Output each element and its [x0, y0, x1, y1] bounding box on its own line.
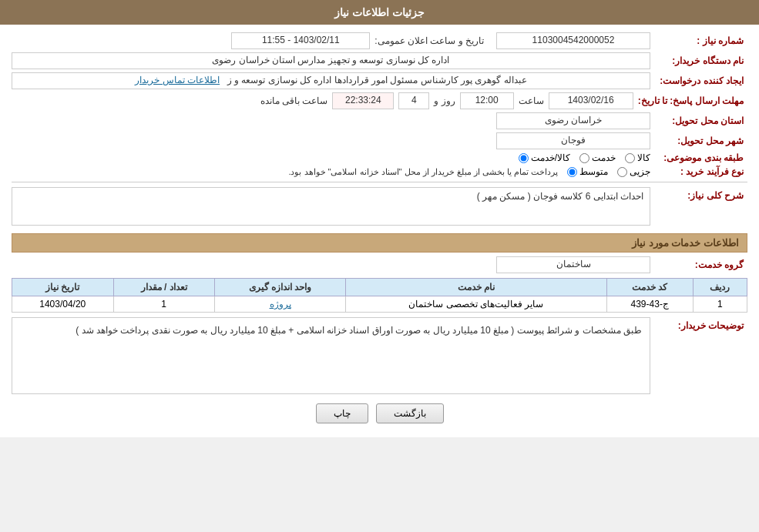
label-farayand-desc: پرداخت تمام یا بخشی از مبلغ خریدار از مح… — [288, 167, 558, 177]
label-shomareNiaz: شماره نیاز : — [655, 35, 747, 46]
value-ostanTahvil: خراسان رضوی — [496, 112, 650, 129]
radio-kalaKhadamat[interactable]: کالا/خدمت — [519, 152, 570, 163]
bazgasht-button[interactable]: بازگشت — [376, 403, 444, 423]
page-title: جزئیات اطلاعات نیاز — [334, 6, 425, 18]
radio-input-kala[interactable] — [625, 153, 635, 163]
value-shahrTahvil: فوجان — [496, 132, 650, 149]
label-gorohKhadamat: گروه خدمت: — [655, 259, 747, 270]
label-jozii: جزیی — [630, 166, 650, 177]
label-tarikhAelan: تاریخ و ساعت اعلان عمومی: — [374, 35, 484, 46]
chap-button[interactable]: چاپ — [316, 403, 368, 423]
value-ijadKonnande: عبداله گوهری پور کارشناس مسئول امور قرار… — [12, 72, 650, 89]
label-roz: روز و — [434, 95, 455, 106]
cell-tarikh: 1403/04/20 — [12, 296, 114, 313]
cell-vahed[interactable]: پروژه — [214, 296, 345, 313]
cell-tedad: 1 — [113, 296, 214, 313]
radio-jozii[interactable]: جزیی — [617, 166, 650, 177]
sharh-koli-textarea[interactable] — [12, 187, 650, 226]
radio-input-jozii[interactable] — [617, 167, 627, 177]
row-sharhKoli: شرح کلی نیاز: — [12, 187, 747, 226]
cell-namKhadamat: سایر فعالیت‌های تخصصی ساختمان — [346, 296, 606, 313]
radio-input-khadamat[interactable] — [579, 153, 589, 163]
value-gorohKhadamat: ساختمان — [496, 256, 650, 273]
value-shomareNiaz: 1103004542000052 — [496, 32, 650, 49]
row-shomareNiaz: شماره نیاز : 1103004542000052 تاریخ و سا… — [12, 32, 747, 49]
value-saatPasokh: 12:00 — [460, 92, 514, 109]
row-namDastgah: نام دستگاه خریدار: اداره کل نوسازی توسعه… — [12, 52, 747, 69]
link-tamas-kharidar[interactable]: اطلاعات تماس خریدار — [135, 75, 220, 85]
value-tarikhAelan: 1403/02/11 - 11:55 — [231, 32, 370, 49]
col-kodKhadamat: کد خدمت — [606, 279, 693, 296]
label-kala: کالا — [637, 152, 650, 163]
radio-input-motavaset[interactable] — [567, 167, 577, 177]
tosiyeh-textarea[interactable] — [12, 317, 650, 394]
table-row: 1 ج-43-439 سایر فعالیت‌های تخصصی ساختمان… — [12, 296, 747, 313]
radio-kala[interactable]: کالا — [625, 152, 650, 163]
label-tosiyehKharidar: توضیحات خریدار: — [655, 317, 747, 331]
label-tabaqe: طبقه بندی موضوعی: — [655, 152, 747, 163]
row-tosiyeh: توضیحات خریدار: — [12, 317, 747, 394]
tabaqe-radio-group: کالا خدمت کالا/خدمت — [519, 152, 650, 163]
label-mohlatErsal: مهلت ارسال پاسخ: تا تاریخ: — [638, 95, 747, 106]
section-ettelaatKhadamat: اطلاعات خدمات مورد نیاز — [12, 233, 747, 253]
service-table: ردیف کد خدمت نام خدمت واحد اندازه گیری ت… — [12, 278, 747, 313]
label-khadamat: خدمت — [592, 152, 616, 163]
row-mohlatErsal: مهلت ارسال پاسخ: تا تاریخ: 1403/02/16 سا… — [12, 92, 747, 109]
value-countdown: 22:33:24 — [332, 92, 394, 109]
page-wrapper: جزئیات اطلاعات نیاز شماره نیاز : 1103004… — [0, 0, 759, 437]
cell-radif: 1 — [693, 296, 747, 313]
bottom-buttons: بازگشت چاپ — [12, 403, 747, 423]
row-shahrTahvil: شهر محل تحویل: فوجان — [12, 132, 747, 149]
col-radif: ردیف — [693, 279, 747, 296]
label-sharhKoli: شرح کلی نیاز: — [655, 187, 747, 201]
label-shahrTahvil: شهر محل تحویل: — [655, 136, 747, 146]
value-tarikhPasokh: 1403/02/16 — [549, 92, 633, 109]
row-ostanTahvil: استان محل تحویل: خراسان رضوی — [12, 112, 747, 129]
page-header: جزئیات اطلاعات نیاز — [0, 0, 759, 25]
label-ostanTahvil: استان محل تحویل: — [655, 115, 747, 126]
label-noeFarayand: نوع فرآیند خرید : — [655, 166, 747, 177]
content-area: شماره نیاز : 1103004542000052 تاریخ و سا… — [0, 25, 759, 437]
divider-1 — [12, 182, 747, 182]
row-ijadKonnande: ایجاد کننده درخواست: عبداله گوهری پور کا… — [12, 72, 747, 89]
col-vahed: واحد اندازه گیری — [214, 279, 345, 296]
label-saatMandeh: ساعت باقی مانده — [260, 95, 328, 106]
col-tedad: تعداد / مقدار — [113, 279, 214, 296]
value-roz: 4 — [398, 92, 429, 109]
row-noeFarayand: نوع فرآیند خرید : جزیی متوسط پرداخت تمام… — [12, 166, 747, 177]
table-header-row: ردیف کد خدمت نام خدمت واحد اندازه گیری ت… — [12, 279, 747, 296]
label-kalaKhadamat: کالا/خدمت — [531, 152, 570, 163]
row-tabaqe: طبقه بندی موضوعی: کالا خدمت کالا/خدمت — [12, 152, 747, 163]
row-gorohKhadamat: گروه خدمت: ساختمان — [12, 256, 747, 273]
col-tarikh: تاریخ نیاز — [12, 279, 114, 296]
label-ijadKonnande: ایجاد کننده درخواست: — [655, 75, 747, 86]
radio-khadamat[interactable]: خدمت — [579, 152, 616, 163]
label-motavaset: متوسط — [579, 166, 608, 177]
label-namDastgah: نام دستگاه خریدار: — [655, 55, 747, 66]
value-namDastgah: اداره کل نوسازی توسعه و تجهیز مدارس استا… — [12, 52, 650, 69]
col-namKhadamat: نام خدمت — [346, 279, 606, 296]
label-saat: ساعت — [519, 95, 544, 106]
radio-input-kalaKhadamat[interactable] — [519, 153, 529, 163]
farayand-radio-group: جزیی متوسط پرداخت تمام یا بخشی از مبلغ خ… — [288, 166, 650, 177]
radio-motavaset[interactable]: متوسط — [567, 166, 608, 177]
cell-kodKhadamat: ج-43-439 — [606, 296, 693, 313]
